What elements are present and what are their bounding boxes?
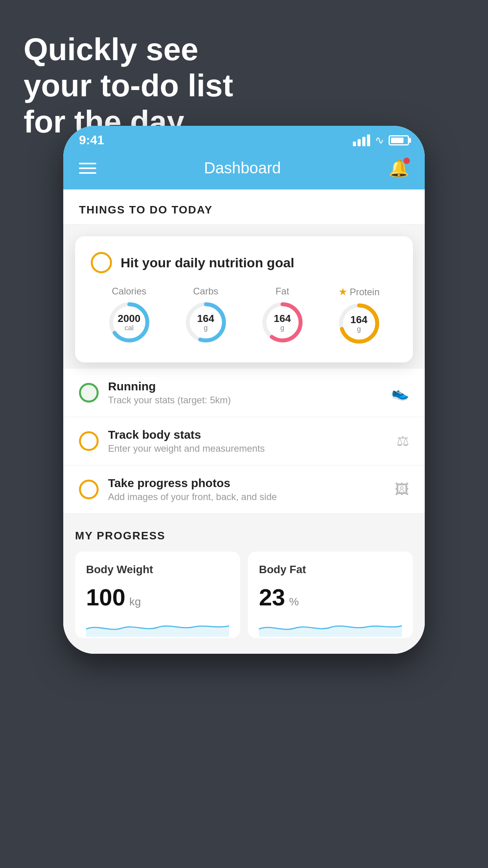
- donut-text: 2000 cal: [118, 313, 141, 332]
- donut-text: 164 g: [274, 313, 291, 332]
- progress-card[interactable]: Body Fat 23 %: [248, 552, 413, 638]
- battery-icon: [389, 135, 409, 145]
- donut-unit: g: [197, 324, 214, 332]
- donut-value: 164: [197, 313, 214, 324]
- progress-value: 23: [259, 584, 285, 611]
- progress-cards: Body Weight 100 kg Body Fat 23 %: [75, 552, 413, 638]
- todo-item[interactable]: Track body stats Enter your weight and m…: [63, 417, 425, 465]
- todo-item[interactable]: Take progress photos Add images of your …: [63, 465, 425, 514]
- status-time: 9:41: [79, 133, 104, 147]
- notification-button[interactable]: 🔔: [389, 158, 409, 178]
- nutrition-label: Carbs: [193, 286, 218, 297]
- status-icons: ∿: [353, 134, 409, 147]
- donut-value: 164: [350, 314, 367, 326]
- todo-title: Take progress photos: [108, 476, 385, 490]
- nav-title: Dashboard: [204, 159, 281, 177]
- todo-circle: [79, 431, 99, 451]
- progress-unit: %: [289, 596, 299, 608]
- todo-texts: Take progress photos Add images of your …: [108, 476, 385, 502]
- star-icon: ★: [338, 286, 347, 298]
- donut-chart: 164 g: [261, 301, 304, 344]
- nutrition-check-circle[interactable]: [91, 252, 112, 273]
- nutrition-label: Calories: [112, 286, 146, 297]
- todo-action-icon: 🖼: [395, 481, 409, 498]
- donut-chart: 164 g: [184, 301, 227, 344]
- todo-subtitle: Add images of your front, back, and side: [108, 491, 385, 502]
- notification-badge: [404, 158, 410, 164]
- phone-shell: 9:41 ∿ Dashboard 🔔 THINGS TO DO TODA: [63, 126, 425, 654]
- hero-line1: Quickly see: [24, 31, 233, 68]
- todo-texts: Track body stats Enter your weight and m…: [108, 428, 387, 454]
- donut-text: 164 g: [350, 314, 367, 333]
- donut-chart: 2000 cal: [108, 301, 151, 344]
- hero-text: Quickly see your to-do list for the day.: [24, 31, 233, 140]
- todo-circle: [79, 480, 99, 499]
- card-title-row: Hit your daily nutrition goal: [91, 252, 397, 273]
- nutrition-card-title: Hit your daily nutrition goal: [121, 255, 294, 270]
- donut-unit: g: [274, 324, 291, 332]
- wifi-icon: ∿: [375, 134, 384, 147]
- progress-card-title: Body Fat: [259, 563, 402, 576]
- things-today-header: THINGS TO DO TODAY: [63, 189, 425, 224]
- nutrition-card: Hit your daily nutrition goal Calories 2…: [75, 236, 413, 362]
- todo-action-icon: 👟: [391, 384, 409, 401]
- donut-unit: cal: [118, 324, 141, 332]
- todo-subtitle: Track your stats (target: 5km): [108, 395, 382, 406]
- todo-list: Running Track your stats (target: 5km) 👟…: [63, 369, 425, 514]
- status-bar: 9:41 ∿: [63, 126, 425, 151]
- todo-item[interactable]: Running Track your stats (target: 5km) 👟: [63, 369, 425, 417]
- nutrition-item: Fat 164 g: [261, 286, 304, 344]
- todo-title: Running: [108, 380, 382, 393]
- progress-chart: [86, 617, 229, 637]
- hero-line2: your to-do list: [24, 68, 233, 104]
- nutrition-grid: Calories 2000 cal Carbs 164 g Fat 164 g …: [91, 286, 397, 345]
- app-body: THINGS TO DO TODAY Hit your daily nutrit…: [63, 189, 425, 654]
- todo-title: Track body stats: [108, 428, 387, 441]
- donut-text: 164 g: [197, 313, 214, 332]
- progress-section: MY PROGRESS Body Weight 100 kg Body Fat …: [63, 514, 425, 654]
- progress-card[interactable]: Body Weight 100 kg: [75, 552, 240, 638]
- progress-header: MY PROGRESS: [75, 530, 413, 542]
- todo-subtitle: Enter your weight and measurements: [108, 443, 387, 454]
- nutrition-item: ★Protein 164 g: [338, 286, 381, 345]
- menu-button[interactable]: [79, 163, 96, 174]
- progress-chart: [259, 617, 402, 637]
- signal-icon: [353, 134, 370, 146]
- progress-value-row: 100 kg: [86, 584, 229, 611]
- donut-unit: g: [350, 325, 367, 333]
- todo-action-icon: ⚖: [396, 433, 409, 449]
- nav-bar: Dashboard 🔔: [63, 151, 425, 189]
- progress-value: 100: [86, 584, 125, 611]
- donut-value: 2000: [118, 313, 141, 324]
- todo-texts: Running Track your stats (target: 5km): [108, 380, 382, 406]
- progress-unit: kg: [129, 596, 141, 608]
- todo-circle: [79, 383, 99, 403]
- nutrition-item: Calories 2000 cal: [108, 286, 151, 344]
- nutrition-label: ★Protein: [338, 286, 380, 298]
- progress-card-title: Body Weight: [86, 563, 229, 576]
- progress-value-row: 23 %: [259, 584, 402, 611]
- donut-value: 164: [274, 313, 291, 324]
- nutrition-item: Carbs 164 g: [184, 286, 227, 344]
- donut-chart: 164 g: [338, 302, 381, 345]
- nutrition-label: Fat: [275, 286, 289, 297]
